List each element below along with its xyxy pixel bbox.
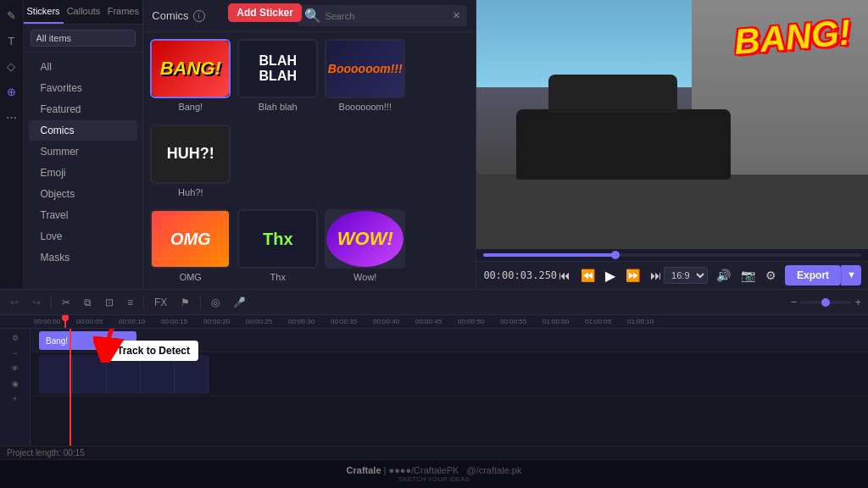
export-group: Export ▼ [785, 265, 861, 286]
progress-track[interactable] [483, 253, 861, 257]
track-icon-4[interactable]: + [13, 395, 17, 403]
blahblah-sticker-art: BLAHBLAH [239, 41, 316, 97]
category-comics[interactable]: Comics [29, 120, 138, 141]
track-icon-3[interactable]: ◉ [12, 380, 19, 388]
footer-brand: Craftale [347, 465, 381, 475]
icon-text[interactable]: T [3, 32, 19, 49]
category-featured[interactable]: Featured [29, 99, 138, 119]
right-controls: 16:9 🔊 📷 ⚙ Export ▼ [664, 265, 861, 286]
omg-sticker-art: OMG [152, 211, 229, 267]
progress-bar-area[interactable] [476, 249, 868, 261]
cut-button[interactable]: ✂ [58, 295, 74, 310]
tab-callouts[interactable]: Callouts [64, 0, 104, 24]
info-icon[interactable]: i [193, 10, 205, 22]
zoom-track[interactable] [800, 301, 851, 304]
play-button[interactable]: ▶ [604, 266, 617, 286]
sticker-clip-label: Bang! [46, 336, 68, 346]
mic-button[interactable]: 🎤 [230, 295, 249, 310]
car-body [516, 109, 732, 179]
track-icon-eye[interactable]: 👁 [11, 364, 19, 373]
progress-fill [483, 253, 615, 257]
sticker-boom[interactable]: Boooooom!!! Boooooom!!! [325, 39, 405, 118]
search-clear-icon[interactable]: ✕ [453, 10, 460, 21]
search-bar[interactable]: 🔍 ✕ [298, 5, 467, 26]
sticker-thx-label: Thx [270, 272, 286, 282]
video-controls: 00:00:03.250 ⏮ ⏪ ▶ ⏩ ⏭ 16:9 🔊 📷 ⚙ Export… [476, 261, 868, 289]
toolbar-sep3 [200, 296, 201, 309]
bang-sticker-art: BANG! [152, 41, 229, 97]
camera-icon[interactable]: 📷 [739, 267, 757, 284]
copy-button[interactable]: ⧉ [81, 295, 95, 310]
sticker-thx[interactable]: Thx Thx [237, 209, 318, 282]
time-mark-13: 01:00:05 [585, 318, 627, 325]
fx-button[interactable]: FX [151, 295, 170, 310]
category-masks[interactable]: Masks [29, 247, 138, 268]
left-panel: Stickers Callouts Frames All items All F… [24, 0, 144, 289]
time-mark-8: 00:00:40 [373, 318, 415, 325]
flag-button[interactable]: ⚑ [177, 295, 193, 310]
icon-more[interactable]: ⋯ [3, 108, 19, 125]
playback-controls: ⏮ ⏪ ▶ ⏩ ⏭ [557, 266, 664, 286]
export-dropdown-button[interactable]: ▼ [841, 265, 861, 286]
car-roof [548, 75, 677, 113]
category-summer[interactable]: Summer [29, 141, 138, 162]
track-icon-2[interactable]: ↔ [11, 349, 19, 358]
aspect-ratio-select[interactable]: 16:9 [664, 267, 708, 284]
sticker-blahblah-thumb: BLAHBLAH [237, 39, 318, 98]
time-mark-7: 00:00:35 [331, 318, 373, 325]
playhead-ruler-indicator [64, 315, 66, 328]
target-button[interactable]: ◎ [208, 295, 223, 310]
search-input[interactable] [325, 11, 449, 21]
tab-stickers[interactable]: Stickers [24, 0, 64, 24]
category-objects[interactable]: Objects [29, 184, 138, 204]
sticker-blahblah[interactable]: BLAHBLAH Blah blah [237, 39, 318, 118]
category-travel[interactable]: Travel [29, 205, 138, 225]
time-ruler: 00:00:00 00:00:05 00:00:10 00:00:15 00:0… [0, 315, 868, 329]
align-button[interactable]: ≡ [124, 295, 136, 310]
search-icon: 🔍 [304, 8, 321, 24]
sticker-wow-label: Wow! [353, 272, 376, 282]
redo-button[interactable]: ↪ [29, 295, 44, 310]
add-sticker-badge: Add Sticker [228, 3, 302, 22]
icon-sticker[interactable]: ⊕ [3, 83, 19, 100]
zoom-thumb[interactable] [821, 298, 830, 307]
split-button[interactable]: ⊡ [102, 295, 117, 310]
timeline-area: ↩ ↪ ✂ ⧉ ⊡ ≡ FX ⚑ ◎ 🎤 − + 00:00:00 00:00:… [0, 289, 868, 446]
sticker-omg[interactable]: OMG OMG [150, 209, 231, 282]
icon-edit[interactable]: ✎ [3, 7, 19, 24]
sticker-bang-label: Bang! [178, 102, 203, 112]
sticker-boom-label: Boooooom!!! [339, 102, 392, 112]
footer-social: | ●●●●/CraftalePK @/craftale.pk [384, 465, 522, 475]
time-mark-1: 00:00:05 [76, 318, 119, 325]
tab-frames[interactable]: Frames [103, 0, 142, 24]
skip-end-button[interactable]: ⏭ [648, 267, 664, 284]
step-forward-button[interactable]: ⏩ [624, 267, 642, 284]
sticker-huh[interactable]: HUH?! Huh?! [150, 125, 231, 203]
step-back-button[interactable]: ⏪ [579, 267, 597, 284]
toolbar-sep2 [143, 296, 144, 309]
category-list: All Favorites Featured Comics Summer Emo… [24, 53, 143, 289]
sticker-huh-thumb: HUH?! [150, 125, 231, 184]
road [476, 175, 868, 249]
time-mark-2: 00:00:10 [119, 318, 161, 325]
volume-icon[interactable]: 🔊 [715, 267, 732, 284]
category-favorites[interactable]: Favorites [29, 78, 138, 98]
category-love[interactable]: Love [29, 226, 138, 247]
track-icon-1[interactable]: ⚙ [12, 334, 19, 342]
sticker-wow[interactable]: WOW! Wow! [325, 209, 405, 282]
category-all[interactable]: All [29, 57, 138, 77]
category-emoji[interactable]: Emoji [29, 163, 138, 183]
thx-sticker-art: Thx [239, 211, 316, 267]
settings-icon[interactable]: ⚙ [764, 267, 778, 284]
progress-thumb[interactable] [611, 251, 620, 259]
category-dropdown[interactable]: All items [31, 30, 136, 47]
sticker-bang[interactable]: BANG! Bang! [150, 39, 231, 118]
zoom-slider: − + [791, 296, 861, 308]
export-button[interactable]: Export [785, 265, 841, 286]
icon-shape[interactable]: ◇ [3, 58, 19, 75]
undo-button[interactable]: ↩ [7, 295, 22, 310]
zoom-in-button[interactable]: + [854, 296, 861, 308]
zoom-out-button[interactable]: − [791, 296, 798, 308]
project-length: Project length: 00:15 [7, 448, 85, 458]
skip-start-button[interactable]: ⏮ [557, 267, 572, 284]
